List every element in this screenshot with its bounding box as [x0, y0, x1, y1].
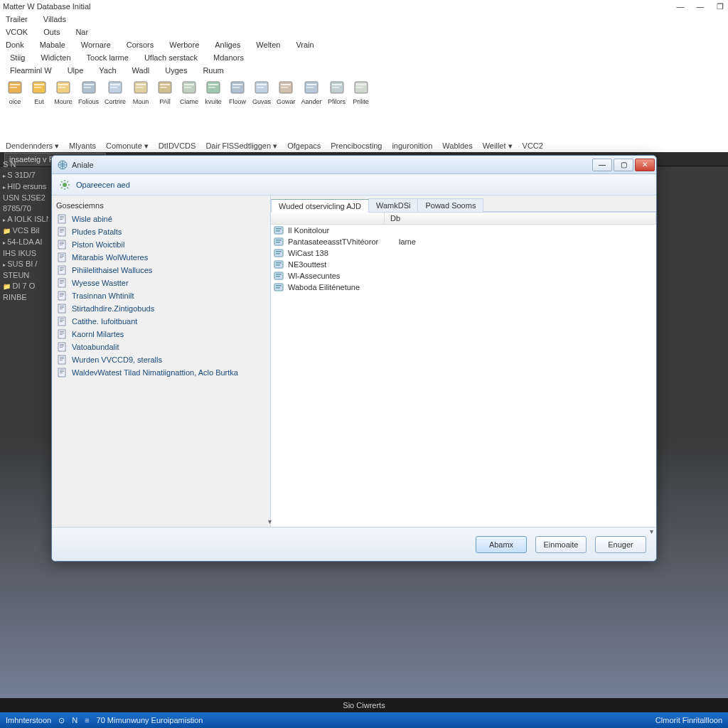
- menu-item[interactable]: Wornare: [78, 40, 114, 50]
- ribbon-tab[interactable]: Toock larme: [80, 53, 136, 63]
- menu-item[interactable]: Mabale: [37, 40, 68, 50]
- list-item[interactable]: Il Konitolour: [271, 225, 656, 236]
- ribbon-tab[interactable]: Stiig: [3, 53, 32, 63]
- tree-node[interactable]: HID ersuns: [3, 181, 48, 193]
- taskbar-icon[interactable]: ≡: [85, 716, 89, 724]
- dialog-tab[interactable]: Wuded otservicling AJD: [271, 199, 369, 213]
- ribbon-button[interactable]: Gowar: [274, 77, 299, 107]
- ribbon-subitem[interactable]: VCC2: [520, 141, 546, 150]
- ribbon-tab[interactable]: Yach: [92, 65, 123, 75]
- ribbon-subitem[interactable]: Ofgepacs: [284, 141, 323, 150]
- ribbon-button[interactable]: Moun: [129, 77, 153, 107]
- ribbon-button[interactable]: Floow: [225, 77, 250, 107]
- taskbar-center-label[interactable]: 70 Mimunwuny Euroipamistion: [97, 716, 203, 724]
- left-panel-item[interactable]: Piston Woictibil: [56, 238, 266, 251]
- tree-node[interactable]: 54-LDA Al: [3, 237, 48, 248]
- ribbon-tab[interactable]: Uflach serstack: [137, 53, 205, 63]
- ribbon-subitem[interactable]: DtIDVCDS: [156, 141, 199, 150]
- restore-icon[interactable]: ❐: [715, 2, 725, 11]
- list-header-col[interactable]: [271, 213, 385, 224]
- left-panel-item[interactable]: Pludes Patalts: [56, 225, 266, 238]
- list-item[interactable]: Waboda Eiliténetune: [271, 282, 656, 293]
- tree-node[interactable]: A IOLK ISLN: [3, 214, 48, 225]
- ribbon-tab[interactable]: Uyges: [158, 65, 194, 75]
- ribbon-tab[interactable]: Widicten: [33, 53, 77, 63]
- left-panel-item[interactable]: Stirtadhdire.Zintigobuds: [56, 302, 266, 315]
- ribbon-button[interactable]: Folious: [75, 77, 102, 107]
- menu-item[interactable]: Welten: [253, 40, 283, 50]
- dialog-maximize-button[interactable]: ▢: [614, 159, 633, 171]
- ribbon-button[interactable]: Eut: [27, 77, 51, 107]
- ribbon-button[interactable]: Prilite: [349, 77, 373, 107]
- dialog-tab[interactable]: Powad Sooms: [417, 198, 483, 212]
- tree-node[interactable]: VCS Bil: [3, 225, 48, 237]
- menu-item[interactable]: Nar: [73, 27, 91, 37]
- tree-node[interactable]: S N: [3, 159, 48, 170]
- menu-item[interactable]: Werbore: [166, 40, 202, 50]
- taskbar-icon[interactable]: N: [72, 716, 77, 724]
- ribbon-subitem[interactable]: inguronition: [389, 141, 435, 150]
- left-panel-item[interactable]: Catithe. Iufoitbuant: [56, 315, 266, 328]
- tree-node[interactable]: 8785/70: [3, 203, 48, 214]
- tree-node[interactable]: DI 7 O: [3, 281, 48, 292]
- ribbon-subitem[interactable]: Comonute ▾: [103, 141, 151, 151]
- cancel-button[interactable]: Enuger: [595, 536, 646, 553]
- secondary-button[interactable]: Einmoaite: [535, 536, 587, 553]
- ribbon-button[interactable]: Guvas: [250, 77, 274, 107]
- ribbon-button[interactable]: Ciame: [177, 77, 201, 107]
- left-panel-item[interactable]: Wisle abiné: [56, 213, 266, 225]
- ribbon-button[interactable]: Pfilors: [325, 77, 349, 107]
- left-panel-item[interactable]: Trasinnan Whtinilt: [56, 289, 266, 302]
- ribbon-subitem[interactable]: Dair FlSSedtliggen ▾: [203, 141, 280, 151]
- left-panel-item[interactable]: Wurden VVCCD9, steralls: [56, 353, 266, 366]
- menu-item[interactable]: Anliges: [212, 40, 243, 50]
- ribbon-button[interactable]: oice: [3, 77, 27, 107]
- ribbon-button[interactable]: kvuite: [201, 77, 225, 107]
- tree-node[interactable]: S 31D/7: [3, 170, 48, 181]
- dialog-minimize-button[interactable]: —: [592, 159, 612, 171]
- left-panel-item[interactable]: Mitarabis WolWuteres: [56, 251, 266, 264]
- left-panel-item[interactable]: Wyesse Wastter: [56, 277, 266, 289]
- list-header-col[interactable]: Db: [385, 213, 656, 224]
- tree-node[interactable]: STEUN: [3, 270, 48, 281]
- list-item[interactable]: WiCast 138: [271, 247, 656, 259]
- left-panel-item[interactable]: Pihiilelithaisel Walluces: [56, 264, 266, 277]
- tree-node[interactable]: RINBE: [3, 292, 48, 303]
- menu-item[interactable]: VCOK: [3, 27, 31, 37]
- ribbon-subitem[interactable]: Weillet ▾: [480, 141, 515, 151]
- taskbar-right-label[interactable]: Clmorit Finritallloon: [655, 716, 722, 724]
- tree-node[interactable]: USN SJSE2: [3, 193, 48, 203]
- ribbon-subitem[interactable]: Prencibocsting: [328, 141, 385, 150]
- taskbar-icon[interactable]: ⊙: [58, 716, 65, 725]
- ribbon-tab[interactable]: Wadl: [125, 65, 157, 75]
- primary-button[interactable]: Abamx: [476, 536, 527, 553]
- ribbon-button[interactable]: Aander: [299, 77, 325, 107]
- menu-item[interactable]: Vrain: [293, 40, 316, 50]
- ribbon-subitem[interactable]: Wabldes: [439, 141, 475, 150]
- menu-item[interactable]: Donk: [3, 40, 27, 50]
- list-item[interactable]: NE3outtest: [271, 259, 656, 270]
- taskbar-left-label[interactable]: Imhnterstoon: [6, 716, 51, 724]
- ribbon-tab[interactable]: Ulpe: [60, 65, 91, 75]
- dialog-tab[interactable]: WamkDSi: [368, 198, 418, 212]
- ribbon-tab[interactable]: Ruum: [196, 65, 230, 75]
- tree-node[interactable]: SUS BI /: [3, 259, 48, 270]
- ribbon-tab[interactable]: Mdanors: [206, 53, 251, 63]
- ribbon-button[interactable]: PAll: [153, 77, 177, 107]
- minimize-icon[interactable]: —: [675, 2, 685, 11]
- left-panel-item[interactable]: WaldevWatest Tilad Nimatiignattion, Aclo…: [56, 366, 266, 379]
- maximize-icon[interactable]: —: [695, 2, 705, 11]
- ribbon-button[interactable]: Moure: [51, 77, 75, 107]
- ribbon-subitem[interactable]: Mlyants: [66, 141, 99, 150]
- list-item[interactable]: PantasateeasstTVhitéororlame: [271, 236, 656, 247]
- ribbon-tab[interactable]: Flearminl W: [3, 65, 59, 75]
- menu-item[interactable]: Outs: [41, 27, 63, 37]
- ribbon-button[interactable]: Cortrire: [102, 77, 129, 107]
- menu-item[interactable]: Corsors: [124, 40, 157, 50]
- list-item[interactable]: Wl-Assecuntes: [271, 270, 656, 282]
- ribbon-subitem[interactable]: Dendennders ▾: [3, 141, 62, 151]
- left-panel-item[interactable]: Kaornl Milartes: [56, 328, 266, 341]
- tree-node[interactable]: IHS IKUS: [3, 248, 48, 259]
- dialog-close-button[interactable]: ✕: [635, 159, 655, 171]
- left-panel-item[interactable]: Vatoabundalit: [56, 341, 266, 353]
